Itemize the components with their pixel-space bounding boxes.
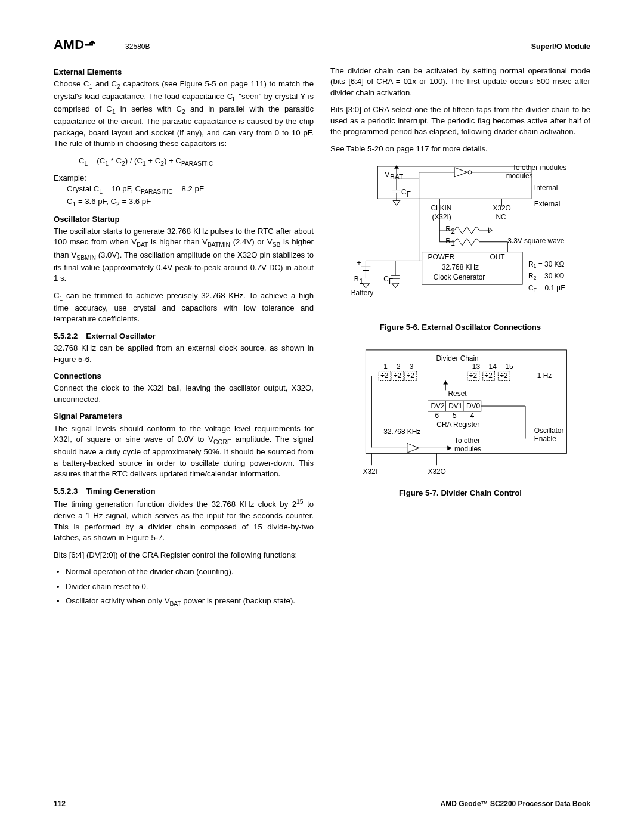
svg-point-14 [468,171,472,174]
svg-text:3.3V square wave: 3.3V square wave [507,237,564,245]
svg-text:OUT: OUT [490,253,505,262]
svg-text:X32I: X32I [363,467,377,476]
svg-text:1 Hz: 1 Hz [537,371,552,380]
figure-5-6-caption: Figure 5-6. External Oscillator Connecti… [330,322,590,333]
svg-text:modules: modules [454,445,481,453]
svg-text:R: R [445,225,451,233]
svg-text:To other: To other [454,436,480,445]
svg-text:14: 14 [489,362,497,370]
svg-text:Enable: Enable [534,434,556,442]
para-5522: 32.768 KHz can be applied from an extern… [54,343,314,365]
svg-text:DV2: DV2 [431,402,444,410]
svg-text:F: F [407,191,411,199]
svg-text:DV1: DV1 [448,402,462,410]
example-lines: Crystal CL = 10 pF, CPARASITIC = 8.2 pF … [67,184,314,209]
svg-marker-53 [363,283,370,288]
svg-text:CF = 0.1 µF: CF = 0.1 µF [528,284,565,293]
para-div-act: The divider chain can be activated by se… [330,66,590,98]
svg-text:Reset: Reset [448,389,467,398]
svg-text:DV0: DV0 [466,402,480,410]
svg-text:32.768 KHz: 32.768 KHz [442,263,479,271]
amd-logo: AMD⬏ [54,36,95,54]
svg-text:÷2: ÷2 [500,371,507,380]
svg-text:5: 5 [453,411,457,420]
example-label: Example: [54,173,314,184]
figure-5-7: Divider Chain 123 131415 ÷2÷2÷2 [330,344,590,499]
svg-text:R2 = 30 KΩ: R2 = 30 KΩ [528,272,565,281]
svg-marker-91 [443,380,448,384]
para-ext-elem: Choose C1 and C2 capacitors (see Figure … [54,79,314,150]
svg-marker-111 [447,445,452,450]
section-5522: 5.5.2.2External Oscillator [54,331,314,342]
svg-text:(X32I): (X32I) [432,213,451,221]
page-number: 112 [54,799,66,809]
svg-text:X32O: X32O [428,467,446,476]
heading-connections: Connections [54,371,314,382]
equation-cl: CL = (C1 * C2) / (C1 + C2) + CPARASITIC [79,156,314,168]
heading-external-elements: External Elements [54,67,314,78]
svg-text:2: 2 [397,362,401,370]
right-column: The divider chain can be activated by se… [330,66,590,614]
bullet-list: Normal operation of the divider chain (c… [66,566,314,608]
svg-text:2: 2 [451,227,455,236]
para-bits30: Bits [3:0] of CRA select one the of fift… [330,104,590,137]
bullet-1: Normal operation of the divider chain (c… [66,566,314,577]
para-5523-b: Bits [6:4] (DV[2:0]) of the CRA Register… [54,550,314,561]
svg-text:V: V [385,171,389,179]
svg-text:+: + [357,259,361,268]
svg-text:R: R [445,237,451,245]
svg-text:POWER: POWER [428,253,455,262]
svg-text:÷2: ÷2 [485,371,493,380]
svg-text:÷2: ÷2 [469,371,477,380]
page-footer: 112 AMD Geode™ SC2200 Processor Data Boo… [54,795,590,809]
svg-text:Divider Chain: Divider Chain [436,354,478,363]
heading-signal-params: Signal Parameters [54,411,314,422]
svg-marker-13 [454,168,467,177]
figure-5-7-caption: Figure 5-7. Divider Chain Control [330,488,590,498]
section-5523: 5.5.2.3Timing Generation [54,486,314,497]
svg-text:CLKIN: CLKIN [431,204,451,212]
svg-text:1: 1 [383,362,388,370]
left-column: External Elements Choose C1 and C2 capac… [54,66,314,614]
svg-text:Battery: Battery [351,289,374,297]
page-header: AMD⬏ 32580B SuperI/O Module [54,36,590,57]
book-title: AMD Geode™ SC2200 Processor Data Book [441,799,590,809]
svg-text:C: C [383,275,389,283]
para-signal-params: The signal levels should conform to the … [54,423,314,480]
svg-text:÷2: ÷2 [380,371,388,380]
doc-number: 32580B [125,42,150,52]
svg-text:13: 13 [472,362,481,370]
svg-text:÷2: ÷2 [407,371,414,380]
svg-text:To other modules: To other modules [512,163,566,172]
para-see-table: See Table 5-20 on page 117 for more deta… [330,144,590,154]
svg-text:R1 = 30 KΩ: R1 = 30 KΩ [528,261,565,270]
svg-text:1: 1 [451,239,455,247]
svg-text:NC: NC [496,213,506,221]
svg-marker-108 [407,443,419,453]
svg-text:32.768 KHz: 32.768 KHz [383,427,420,435]
svg-text:3: 3 [410,362,414,370]
heading-osc-startup: Oscillator Startup [54,214,314,225]
figure-5-6: VBAT CF To other modules modules Interna… [330,160,590,333]
para-osc-trim: C1 can be trimmed to achieve precisely 3… [54,290,314,325]
module-title: SuperI/O Module [531,42,590,52]
svg-text:Clock Generator: Clock Generator [434,273,485,281]
svg-text:C: C [401,188,407,197]
svg-text:B: B [354,275,359,283]
svg-marker-9 [393,201,400,206]
svg-text:External: External [534,200,561,208]
svg-text:Oscillator: Oscillator [534,426,564,434]
svg-text:Internal: Internal [534,184,558,192]
para-5523-a: The timing generation function divides t… [54,498,314,543]
para-connections: Connect the clock to the X32I ball, leav… [54,383,314,405]
svg-text:F: F [389,277,393,286]
svg-text:6: 6 [435,411,439,420]
bullet-3: Oscillator activity when only VBAT power… [66,596,314,608]
para-osc-startup: The oscillator starts to generate 32.768… [54,226,314,284]
svg-text:4: 4 [470,411,475,420]
svg-text:÷2: ÷2 [394,371,401,380]
svg-text:modules: modules [506,172,533,180]
svg-text:15: 15 [505,362,513,370]
svg-marker-4 [394,165,399,169]
svg-text:CRA Register: CRA Register [436,420,479,429]
